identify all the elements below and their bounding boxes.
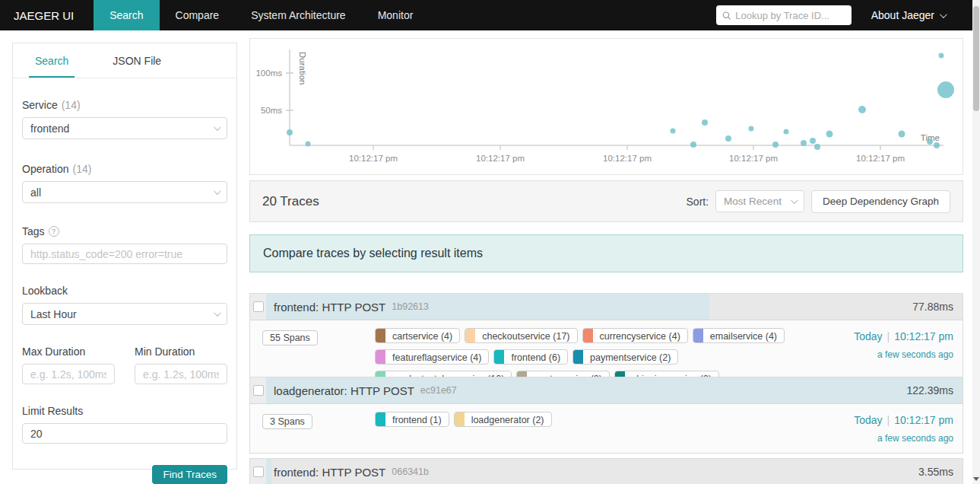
nav-tab-system-architecture[interactable]: System Architecture — [235, 0, 362, 30]
service-tag: paymentservice (2) — [572, 349, 678, 365]
tab-search[interactable]: Search — [29, 43, 75, 78]
service-tags: frontend (1)loadgenerator (2) — [375, 412, 830, 444]
service-tag: currencyservice (4) — [582, 328, 688, 343]
service-tag-label: emailservice (4) — [703, 329, 784, 342]
service-select-value: frontend — [30, 123, 69, 135]
scatter-svg[interactable]: 100ms50ms10:12:17 pm10:12:17 pm10:12:17 … — [250, 39, 963, 174]
trace-lookup-box[interactable] — [716, 5, 852, 25]
service-tag: loadgenerator (2) — [454, 412, 552, 427]
trace-relative-time: a few seconds ago — [830, 433, 953, 444]
service-tag-label: frontend (6) — [504, 350, 567, 364]
divider: | — [887, 330, 890, 342]
trace-duration: 122.39ms — [907, 384, 953, 396]
chevron-down-icon — [214, 123, 221, 131]
trace-result-item[interactable]: frontend: HTTP POST 066341b 3.55ms — [249, 458, 963, 484]
service-tag-label: cartservice (4) — [385, 329, 459, 342]
tags-input-wrap — [22, 244, 227, 264]
operation-label: Operation (14) — [22, 163, 227, 175]
min-duration-input[interactable] — [143, 368, 219, 381]
svg-text:10:12:17 pm: 10:12:17 pm — [349, 154, 398, 163]
svg-text:10:12:17 pm: 10:12:17 pm — [729, 154, 778, 163]
compare-banner: Compare traces by selecting result items — [249, 234, 963, 272]
svg-text:10:12:17 pm: 10:12:17 pm — [603, 154, 652, 163]
divider: | — [887, 414, 890, 426]
service-tag: checkoutservice (17) — [465, 328, 577, 343]
span-count-pill: 55 Spans — [262, 330, 318, 345]
page-scrollbar[interactable] — [972, 0, 980, 484]
min-duration-wrap — [135, 364, 227, 384]
trace-result-item[interactable]: loadgenerator: HTTP POST ec91e67 122.39m… — [249, 377, 963, 454]
nav-tab-search[interactable]: Search — [94, 0, 159, 30]
svg-text:10:12:17 pm: 10:12:17 pm — [476, 154, 525, 163]
service-color-swatch — [376, 350, 385, 364]
max-duration-input[interactable] — [30, 368, 106, 381]
service-select[interactable]: frontend — [22, 117, 227, 139]
about-jaeger-menu[interactable]: About Jaeger — [871, 9, 945, 21]
service-tag: emailservice (4) — [693, 328, 785, 343]
chevron-down-icon — [214, 309, 221, 317]
nav-tab-monitor[interactable]: Monitor — [362, 0, 430, 30]
about-jaeger-label: About Jaeger — [871, 9, 934, 21]
limit-results-input[interactable] — [30, 428, 219, 440]
trace-title: loadgenerator: HTTP POST — [274, 384, 414, 397]
service-tag-label: currencyservice (4) — [593, 329, 687, 342]
operation-select-value: all — [30, 186, 41, 199]
trace-header[interactable]: frontend: HTTP POST 1b92613 77.88ms — [250, 294, 963, 320]
limit-results-wrap — [22, 423, 227, 444]
trace-time[interactable]: 10:12:17 pm — [894, 414, 953, 426]
span-count-pill: 3 Spans — [262, 414, 312, 429]
operation-select[interactable]: all — [22, 181, 227, 203]
results-panel: 100ms50ms10:12:17 pm10:12:17 pm10:12:17 … — [249, 0, 963, 484]
svg-text:100ms: 100ms — [255, 68, 282, 78]
trace-duration: 77.88ms — [912, 301, 953, 313]
limit-results-label: Limit Results — [22, 405, 227, 417]
deep-dependency-graph-button[interactable]: Deep Dependency Graph — [811, 190, 950, 213]
lookback-select[interactable]: Last Hour — [22, 303, 227, 325]
trace-id: 066341b — [392, 466, 429, 477]
max-duration-label: Max Duration — [22, 345, 115, 358]
service-tag-label: frontend (1) — [385, 412, 449, 426]
scrollbar-thumb[interactable] — [973, 6, 979, 111]
service-color-swatch — [455, 412, 465, 426]
results-header: 20 Traces Sort: Most Recent Deep Depende… — [249, 180, 963, 222]
tags-label: Tags ? — [22, 225, 227, 237]
duration-scatter-card: 100ms50ms10:12:17 pm10:12:17 pm10:12:17 … — [249, 38, 963, 175]
lookback-label: Lookback — [22, 285, 227, 297]
trace-header[interactable]: loadgenerator: HTTP POST ec91e67 122.39m… — [250, 377, 963, 404]
top-navbar: JAEGER UI Search Compare System Architec… — [0, 0, 980, 30]
scrollbar-down-arrow[interactable] — [973, 477, 979, 481]
trace-count: 20 Traces — [262, 194, 319, 209]
trace-title: frontend: HTTP POST — [274, 466, 385, 479]
service-tag: frontend (6) — [493, 349, 568, 365]
trace-date: Today — [854, 414, 882, 426]
service-color-swatch — [693, 329, 703, 342]
svg-text:50ms: 50ms — [261, 106, 282, 115]
chevron-down-icon — [791, 196, 798, 204]
min-duration-label: Min Duration — [135, 345, 227, 358]
sort-select-value: Most Recent — [724, 196, 782, 207]
trace-relative-time: a few seconds ago — [830, 349, 953, 360]
trace-time[interactable]: 10:12:17 pm — [894, 330, 953, 342]
tags-input[interactable] — [30, 248, 219, 260]
help-icon[interactable]: ? — [49, 226, 59, 237]
trace-lookup-input[interactable] — [735, 10, 845, 21]
trace-title: frontend: HTTP POST — [274, 301, 385, 314]
service-tag-label: checkoutservice (17) — [475, 329, 576, 342]
service-color-swatch — [465, 329, 475, 342]
service-tag-label: featureflagservice (4) — [385, 350, 488, 364]
trace-header[interactable]: frontend: HTTP POST 066341b 3.55ms — [250, 459, 963, 484]
service-tag: frontend (1) — [375, 412, 449, 427]
service-color-swatch — [376, 412, 385, 426]
chevron-down-icon — [214, 187, 221, 195]
tab-json-file[interactable]: JSON File — [106, 43, 167, 78]
service-label: Service (14) — [22, 99, 227, 111]
service-color-swatch — [583, 329, 593, 342]
lookback-select-value: Last Hour — [30, 308, 77, 320]
service-count: (14) — [62, 99, 81, 111]
find-traces-button[interactable]: Find Traces — [152, 465, 227, 484]
sort-label: Sort: — [687, 196, 709, 208]
sort-select[interactable]: Most Recent — [715, 190, 804, 212]
trace-id: 1b92613 — [392, 301, 429, 312]
nav-tab-compare[interactable]: Compare — [160, 0, 236, 30]
service-color-swatch — [494, 350, 504, 364]
